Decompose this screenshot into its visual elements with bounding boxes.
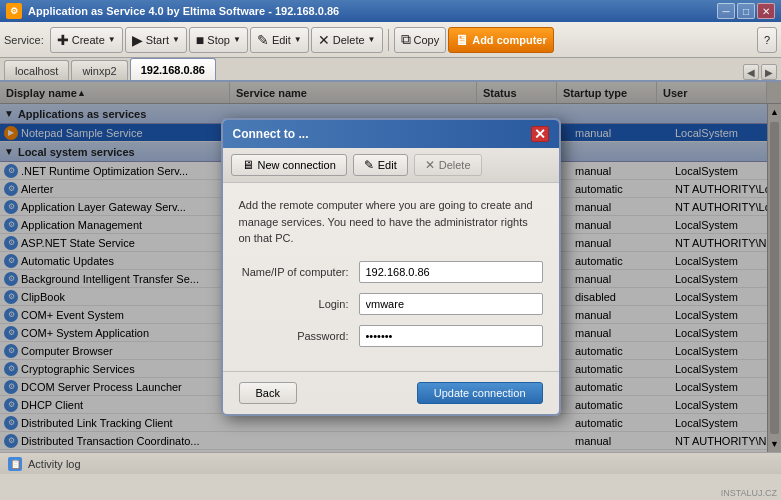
login-input[interactable] (359, 293, 543, 315)
minimize-button[interactable]: ─ (717, 3, 735, 19)
update-connection-button[interactable]: Update connection (417, 382, 543, 404)
maximize-button[interactable]: □ (737, 3, 755, 19)
modal-edit-button[interactable]: ✎ Edit (353, 154, 408, 176)
modal-delete-button[interactable]: ✕ Delete (414, 154, 482, 176)
window-controls: ─ □ ✕ (717, 3, 775, 19)
new-connection-button[interactable]: 🖥 New connection (231, 154, 347, 176)
tab-nav-right[interactable]: ▶ (761, 64, 777, 80)
close-button[interactable]: ✕ (757, 3, 775, 19)
modal-overlay: Connect to ... ✕ 🖥 New connection ✎ Edit… (0, 82, 781, 452)
modal-edit-icon: ✎ (364, 158, 374, 172)
add-computer-icon: 🖥 (455, 32, 469, 48)
app-icon: ⚙ (6, 3, 22, 19)
login-label: Login: (239, 298, 359, 310)
delete-icon: ✕ (318, 32, 330, 48)
modal-footer: Back Update connection (223, 371, 559, 414)
edit-icon: ✎ (257, 32, 269, 48)
tab-navigation: ◀ ▶ (743, 64, 777, 80)
watermark: INSTALUJ.CZ (721, 488, 777, 498)
connect-modal: Connect to ... ✕ 🖥 New connection ✎ Edit… (221, 118, 561, 416)
modal-close-button[interactable]: ✕ (531, 126, 549, 142)
main-area: Display name Service name Status Startup… (0, 82, 781, 452)
new-connection-icon: 🖥 (242, 158, 254, 172)
title-bar: ⚙ Application as Service 4.0 by Eltima S… (0, 0, 781, 22)
password-input[interactable] (359, 325, 543, 347)
service-label: Service: (4, 34, 44, 46)
status-icon: 📋 (8, 457, 22, 471)
start-button[interactable]: ▶ Start ▼ (125, 27, 187, 53)
password-label: Password: (239, 330, 359, 342)
back-button[interactable]: Back (239, 382, 297, 404)
tab-winxp2[interactable]: winxp2 (71, 60, 127, 80)
modal-title-bar: Connect to ... ✕ (223, 120, 559, 148)
tab-192-168-0-86[interactable]: 192.168.0.86 (130, 58, 216, 80)
start-icon: ▶ (132, 32, 143, 48)
window-title: Application as Service 4.0 by Eltima Sof… (28, 5, 339, 17)
stop-icon: ■ (196, 32, 204, 48)
create-icon: ✚ (57, 32, 69, 48)
help-button[interactable]: ? (757, 27, 777, 53)
create-button[interactable]: ✚ Create ▼ (50, 27, 123, 53)
name-input[interactable] (359, 261, 543, 283)
modal-toolbar: 🖥 New connection ✎ Edit ✕ Delete (223, 148, 559, 183)
modal-title: Connect to ... (233, 127, 309, 141)
modal-delete-icon: ✕ (425, 158, 435, 172)
toolbar: Service: ✚ Create ▼ ▶ Start ▼ ■ Stop ▼ ✎… (0, 22, 781, 58)
copy-button[interactable]: ⧉ Copy (394, 27, 447, 53)
tab-nav-left[interactable]: ◀ (743, 64, 759, 80)
modal-description: Add the remote computer where you are go… (239, 197, 543, 247)
toolbar-separator (388, 29, 389, 51)
stop-button[interactable]: ■ Stop ▼ (189, 27, 248, 53)
name-field: Name/IP of computer: (239, 261, 543, 283)
password-field: Password: (239, 325, 543, 347)
tab-localhost[interactable]: localhost (4, 60, 69, 80)
login-field: Login: (239, 293, 543, 315)
edit-button[interactable]: ✎ Edit ▼ (250, 27, 309, 53)
modal-body: Add the remote computer where you are go… (223, 183, 559, 371)
copy-icon: ⧉ (401, 31, 411, 48)
delete-button[interactable]: ✕ Delete ▼ (311, 27, 383, 53)
status-bar: 📋 Activity log (0, 452, 781, 474)
add-computer-button[interactable]: 🖥 Add computer (448, 27, 554, 53)
name-label: Name/IP of computer: (239, 266, 359, 278)
tab-bar: localhost winxp2 192.168.0.86 ◀ ▶ (0, 58, 781, 82)
status-label: Activity log (28, 458, 81, 470)
